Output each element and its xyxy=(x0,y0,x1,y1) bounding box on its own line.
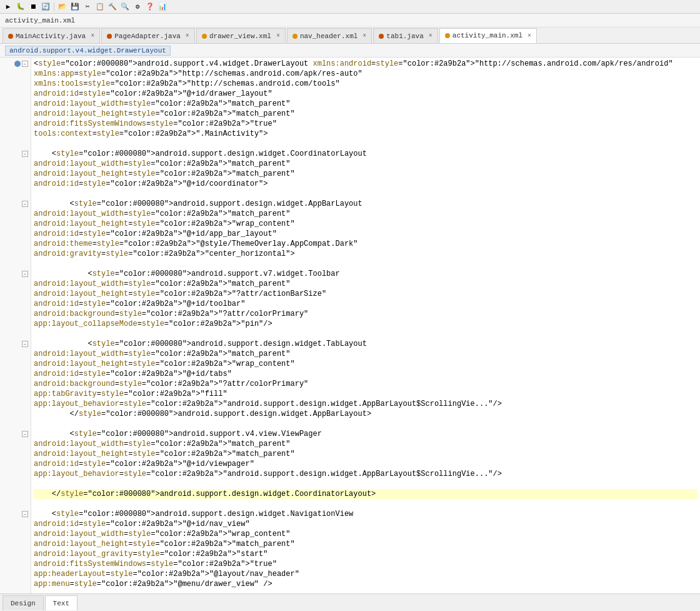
fold-icon[interactable]: − xyxy=(22,61,28,67)
gutter-line xyxy=(0,379,31,389)
tab-label-main-activity: MainActivity.java xyxy=(16,33,86,40)
gutter-line xyxy=(0,279,31,289)
gutter-line xyxy=(0,369,31,379)
code-content[interactable]: <style="color:#000080">android.support.v… xyxy=(31,58,700,593)
copy-icon[interactable]: 📋 xyxy=(94,1,106,13)
code-line xyxy=(34,259,698,269)
cut-icon[interactable]: ✂ xyxy=(82,1,93,13)
tab-tab1[interactable]: tab1.java × xyxy=(373,28,438,43)
code-line: android:id=style="color:#2a9b2a">"@+id/t… xyxy=(34,299,698,309)
gutter-line xyxy=(0,249,31,259)
code-line: android:layout_height=style="color:#2a9b… xyxy=(34,539,698,549)
gutter-line: − xyxy=(0,59,31,69)
gutter-line xyxy=(0,289,31,299)
breadcrumb-text: activity_main.xml xyxy=(5,17,75,24)
gutter-line xyxy=(0,169,31,179)
tab-drawer-view[interactable]: drawer_view.xml × xyxy=(196,28,286,43)
tab-close-drawer-view[interactable]: × xyxy=(276,33,280,39)
profiler-icon[interactable]: 📊 xyxy=(157,1,168,13)
code-line: android:layout_width=style="color:#2a9b2… xyxy=(34,99,698,109)
gutter-line xyxy=(0,459,31,469)
tab-text-label: Text xyxy=(53,600,69,607)
gutter-line xyxy=(0,549,31,559)
code-line: android:layout_height=style="color:#2a9b… xyxy=(34,109,698,119)
gutter-line xyxy=(0,179,31,189)
code-line: android:fitsSystemWindows=style="color:#… xyxy=(34,559,698,569)
code-line: xmlns:app=style="color:#2a9b2a">"http://… xyxy=(34,69,698,79)
stop-icon[interactable]: ⏹ xyxy=(28,1,39,13)
tab-label-drawer-view: drawer_view.xml xyxy=(209,33,271,40)
fold-icon[interactable]: − xyxy=(22,341,28,347)
gutter-line xyxy=(0,329,31,339)
gutter-line xyxy=(0,479,31,489)
breakpoint-icon[interactable] xyxy=(14,61,21,67)
tab-label-nav-header: nav_header.xml xyxy=(300,33,358,40)
tab-close-activity-main[interactable]: × xyxy=(528,33,531,39)
gutter-line xyxy=(0,159,31,169)
gutter-line xyxy=(0,579,31,589)
gutter-line xyxy=(0,559,31,569)
code-line: android:theme=style="color:#2a9b2a">"@st… xyxy=(34,239,698,249)
code-line: app:layout_behavior=style="color:#2a9b2a… xyxy=(34,469,698,479)
gutter-line xyxy=(0,219,31,229)
fold-icon[interactable]: − xyxy=(22,431,28,437)
gutter-line: − xyxy=(0,149,31,159)
gutter-line xyxy=(0,499,31,509)
tab-design[interactable]: Design xyxy=(2,595,44,610)
settings-icon[interactable]: ⚙ xyxy=(132,1,143,13)
tab-page-adapter[interactable]: PageAdapter.java × xyxy=(101,28,195,43)
tab-text[interactable]: Text xyxy=(45,595,78,610)
gutter-line xyxy=(0,139,31,149)
gutter-line xyxy=(0,489,31,499)
code-line: android:layout_width=style="color:#2a9b2… xyxy=(34,159,698,169)
code-line: android:gravity=style="color:#2a9b2a">"c… xyxy=(34,249,698,259)
gutter-line xyxy=(0,349,31,359)
gutter-line xyxy=(0,299,31,309)
gutter-line xyxy=(0,519,31,529)
build-icon[interactable]: 🔨 xyxy=(107,1,118,13)
debug-icon[interactable]: 🐛 xyxy=(15,1,26,13)
tab-close-nav-header[interactable]: × xyxy=(362,33,366,39)
run-icon[interactable]: ▶ xyxy=(2,1,14,13)
tab-nav-header[interactable]: nav_header.xml × xyxy=(287,28,372,43)
tab-label-tab1: tab1.java xyxy=(386,33,423,40)
tab-close-tab1[interactable]: × xyxy=(429,33,432,39)
code-line xyxy=(34,479,698,489)
fold-icon[interactable]: − xyxy=(22,271,28,277)
gutter-line: − xyxy=(0,199,31,209)
code-line: android:fitsSystemWindows=style="color:#… xyxy=(34,119,698,129)
gutter-line xyxy=(0,469,31,479)
tab-close-page-adapter[interactable]: × xyxy=(186,33,189,39)
breadcrumb-bar: activity_main.xml xyxy=(0,14,700,28)
fold-icon[interactable]: − xyxy=(22,151,28,157)
code-line: </style="color:#000080">android.support.… xyxy=(34,409,698,419)
gutter-line xyxy=(0,539,31,549)
code-line: android:id=style="color:#2a9b2a">"@+id/n… xyxy=(34,519,698,529)
code-line: android:background=style="color:#2a9b2a"… xyxy=(34,309,698,319)
gutter-line xyxy=(0,89,31,99)
tab-activity-main[interactable]: activity_main.xml × xyxy=(439,28,537,43)
code-line: tools:context=style="color:#2a9b2a">".Ma… xyxy=(34,129,698,139)
gutter-line xyxy=(0,69,31,79)
tab-close-main-activity[interactable]: × xyxy=(91,33,94,39)
gutter-line xyxy=(0,109,31,119)
fold-icon[interactable]: − xyxy=(22,511,28,517)
fold-icon[interactable]: − xyxy=(22,201,28,207)
help-icon[interactable]: ❓ xyxy=(144,1,156,13)
open-icon[interactable]: 📂 xyxy=(57,1,68,13)
save-icon[interactable]: 💾 xyxy=(69,1,81,13)
gutter-line xyxy=(0,209,31,219)
gutter-line xyxy=(0,449,31,459)
tab-bar: MainActivity.java × PageAdapter.java × d… xyxy=(0,28,700,44)
gutter-line xyxy=(0,189,31,199)
sync-icon[interactable]: 🔄 xyxy=(40,1,51,13)
file-path-breadcrumb[interactable]: android.support.v4.widget.DrawerLayout xyxy=(5,46,171,56)
code-line: android:background=style="color:#2a9b2a"… xyxy=(34,379,698,389)
code-line: android:id=style="color:#2a9b2a">"@+id/t… xyxy=(34,369,698,379)
gutter-line xyxy=(0,419,31,429)
tab-main-activity[interactable]: MainActivity.java × xyxy=(2,28,100,43)
gutter-line xyxy=(0,129,31,139)
search-icon[interactable]: 🔍 xyxy=(119,1,131,13)
code-line: android:layout_height=style="color:#2a9b… xyxy=(34,359,698,369)
code-line: android:layout_width=style="color:#2a9b2… xyxy=(34,349,698,359)
